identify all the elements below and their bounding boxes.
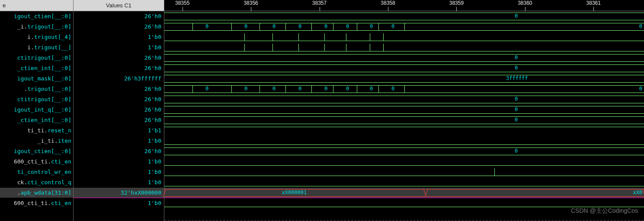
waveform-row[interactable] — [164, 157, 644, 167]
signal-name-row[interactable]: ti_control_wr_en — [0, 167, 73, 177]
signal-name-row[interactable]: 600_cti_ti.cti_en — [0, 198, 73, 208]
signal-value-cell: 1'b0 — [74, 167, 164, 177]
waveform-row[interactable] — [164, 136, 644, 146]
waveform-row[interactable] — [164, 167, 644, 177]
signal-value-cell: 26'h0 — [74, 22, 164, 32]
signal-value-cell: 26'h3ffffff — [74, 74, 164, 84]
waveform-row[interactable] — [164, 125, 644, 136]
waveform-row[interactable]: 000000000 — [164, 22, 644, 32]
signal-name-row[interactable]: _ctien_int[__:0] — [0, 63, 73, 74]
signal-value-cell: 1'b0 — [74, 177, 164, 188]
waveform-row[interactable] — [164, 32, 644, 42]
signal-name-row[interactable]: ctitrigout[__:0] — [0, 53, 73, 63]
signal-value-cell: 1'b0 — [74, 136, 164, 146]
signal-value-cell: 26'h0 — [74, 115, 164, 125]
signal-name-row[interactable]: ctitrigout[__:0] — [0, 94, 73, 105]
signal-value-cell: 1'b0 — [74, 42, 164, 53]
name-column-header: e — [0, 0, 73, 11]
signal-name-row[interactable]: _ctien_int[__:0] — [0, 115, 73, 125]
waveform-row[interactable]: 0 — [164, 115, 644, 125]
waveform-row[interactable]: 3ffffff — [164, 74, 644, 84]
signal-value-cell: 26'h0 — [74, 63, 164, 74]
signal-name-row[interactable]: igout_mask[__:0] — [0, 74, 73, 84]
signal-name-row[interactable]: ti_ti.reset_n — [0, 125, 73, 136]
waveform-row[interactable] — [164, 177, 644, 188]
signal-value-cell: 26'h0 — [74, 84, 164, 94]
signal-value-cell: 26'h0 — [74, 94, 164, 105]
signal-name-row[interactable]: i.trigout[_4] — [0, 32, 73, 42]
waveform-area[interactable]: 0000000000003ffffff0000000000000xX000001… — [164, 11, 644, 208]
signal-value-cell: 32'hxX000000 — [74, 188, 164, 198]
signal-value-cell: 1'b0 — [74, 32, 164, 42]
signal-name-row[interactable]: _i.trigout[__:0] — [0, 22, 73, 32]
signal-name-row[interactable]: ck.cti_control_q — [0, 177, 73, 188]
watermark: CSDN @主公CodingCos — [571, 207, 638, 215]
signal-name-row[interactable]: 600_cti_ti.cti_en — [0, 157, 73, 167]
waveform-row[interactable]: 0 — [164, 11, 644, 22]
signal-value-cell: 1'b0 — [74, 198, 164, 208]
signal-value-cell: 1'b1 — [74, 125, 164, 136]
values-column-header: Values C1 — [74, 0, 164, 11]
signal-name-row[interactable]: _i_ti.iten — [0, 136, 73, 146]
waveform-row[interactable] — [164, 42, 644, 53]
signal-value-cell: 26'h0 — [74, 105, 164, 115]
signal-value-cell: 1'b0 — [74, 157, 164, 167]
waveform-row[interactable]: 0 — [164, 105, 644, 115]
waveform-row[interactable]: 0 — [164, 53, 644, 63]
signal-name-row[interactable]: igout_ctien[__:0] — [0, 11, 73, 22]
waveform-row[interactable]: xX000001xX0 — [164, 188, 644, 198]
signal-value-cell: 26'h0 — [74, 146, 164, 157]
signal-name-row[interactable]: .apb_wdata[31:0] — [0, 188, 73, 198]
signal-value-cell: 26'h0 — [74, 53, 164, 63]
waveform-row[interactable]: 0 — [164, 94, 644, 105]
signal-name-row[interactable]: igout_ctien[__:0] — [0, 146, 73, 157]
waveform-row[interactable]: 000000000 — [164, 84, 644, 94]
time-ruler[interactable]: 38355383563835738358383593836038361 — [164, 0, 644, 11]
signal-value-cell: 26'h0 — [74, 11, 164, 22]
signal-name-row[interactable]: i.trigout[__] — [0, 42, 73, 53]
waveform-row[interactable]: 0 — [164, 63, 644, 74]
signal-name-row[interactable]: igout_int_q[__:0] — [0, 105, 73, 115]
signal-name-row[interactable]: .trigout[__:0] — [0, 84, 73, 94]
waveform-row[interactable]: 0 — [164, 146, 644, 157]
